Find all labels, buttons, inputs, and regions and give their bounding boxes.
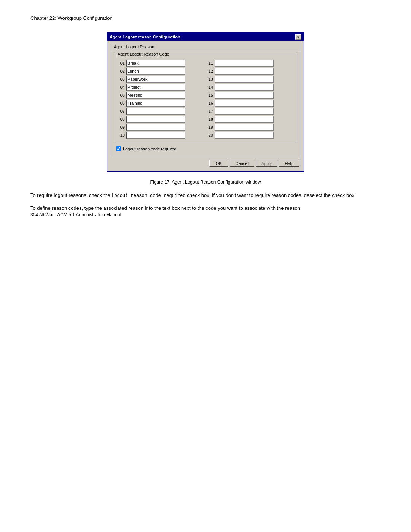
code-input[interactable] xyxy=(126,132,185,139)
code-number: 16 xyxy=(206,101,213,105)
dialog-close-button[interactable]: × xyxy=(295,34,301,40)
left-code-column: 01020304050607080910 xyxy=(117,60,206,139)
code-row: 20 xyxy=(206,132,294,139)
agent-logout-dialog: Agent Logout reason Configuration × Agen… xyxy=(107,32,304,172)
code-input[interactable] xyxy=(215,92,274,99)
code-number: 03 xyxy=(117,77,125,81)
code-number: 11 xyxy=(206,61,213,66)
code-row: 11 xyxy=(206,60,294,67)
code-number: 13 xyxy=(206,77,213,81)
code-row: 17 xyxy=(206,108,294,115)
code-row: 10 xyxy=(117,132,206,139)
button-bar: OK Cancel Apply Help xyxy=(110,158,301,169)
code-row: 03 xyxy=(117,76,206,83)
mono-text-1: Logout reason code required xyxy=(112,193,185,198)
code-input[interactable] xyxy=(126,76,185,83)
code-row: 04 xyxy=(117,84,206,91)
code-number: 06 xyxy=(117,101,125,105)
code-row: 09 xyxy=(117,124,206,131)
code-input[interactable] xyxy=(215,132,274,139)
code-row: 12 xyxy=(206,68,294,75)
code-row: 02 xyxy=(117,68,206,75)
dialog-wrapper: Agent Logout reason Configuration × Agen… xyxy=(30,32,381,172)
code-input[interactable] xyxy=(215,84,274,91)
code-input[interactable] xyxy=(126,68,185,75)
code-input[interactable] xyxy=(126,84,185,91)
code-row: 15 xyxy=(206,92,294,99)
code-number: 01 xyxy=(117,61,125,66)
dialog-title: Agent Logout reason Configuration xyxy=(110,35,180,39)
code-row: 18 xyxy=(206,116,294,123)
code-row: 16 xyxy=(206,100,294,107)
apply-button[interactable]: Apply xyxy=(256,160,278,167)
page-footer: 304 AltiWare ACM 5.1 Administration Manu… xyxy=(30,212,121,217)
code-number: 17 xyxy=(206,109,213,113)
ok-button[interactable]: OK xyxy=(209,160,228,167)
logout-reason-required-checkbox[interactable] xyxy=(116,146,121,151)
group-box-reason-code: Agent Logout Reason Code 010203040506070… xyxy=(113,54,298,143)
code-number: 18 xyxy=(206,117,213,121)
code-input[interactable] xyxy=(126,60,185,67)
help-button[interactable]: Help xyxy=(279,160,299,167)
code-input[interactable] xyxy=(126,92,185,99)
code-input[interactable] xyxy=(126,124,185,131)
code-input[interactable] xyxy=(215,100,274,107)
code-row: 05 xyxy=(117,92,206,99)
code-input[interactable] xyxy=(215,76,274,83)
code-row: 14 xyxy=(206,84,294,91)
code-number: 09 xyxy=(117,125,125,129)
tab-content: Agent Logout Reason Code 010203040506070… xyxy=(110,51,301,156)
code-input[interactable] xyxy=(215,116,274,123)
code-row: 01 xyxy=(117,60,206,67)
code-input[interactable] xyxy=(126,116,185,123)
code-number: 07 xyxy=(117,109,125,113)
dialog-body: Agent Logout Reason Agent Logout Reason … xyxy=(107,41,304,171)
body-paragraph-1: To require logout reasons, check the Log… xyxy=(30,192,381,199)
checkbox-area: Logout reason code required xyxy=(116,146,298,151)
code-row: 19 xyxy=(206,124,294,131)
code-number: 08 xyxy=(117,117,125,121)
checkbox-label: Logout reason code required xyxy=(123,147,177,151)
code-input[interactable] xyxy=(215,124,274,131)
body-paragraph-2: To define reason codes, type the associa… xyxy=(30,204,381,212)
code-row: 13 xyxy=(206,76,294,83)
code-row: 07 xyxy=(117,108,206,115)
tab-agent-logout-reason[interactable]: Agent Logout Reason xyxy=(110,43,158,51)
code-number: 19 xyxy=(206,125,213,129)
code-input[interactable] xyxy=(126,108,185,115)
cancel-button[interactable]: Cancel xyxy=(230,160,254,167)
code-number: 12 xyxy=(206,69,213,73)
right-code-column: 11121314151617181920 xyxy=(206,60,294,139)
code-number: 02 xyxy=(117,69,125,73)
group-box-legend: Agent Logout Reason Code xyxy=(116,52,170,56)
code-input[interactable] xyxy=(215,108,274,115)
figure-caption: Figure 17. Agent Logout Reason Configura… xyxy=(30,179,381,185)
dialog-titlebar: Agent Logout reason Configuration × xyxy=(107,33,304,41)
code-number: 05 xyxy=(117,93,125,97)
code-row: 06 xyxy=(117,100,206,107)
code-row: 08 xyxy=(117,116,206,123)
code-input[interactable] xyxy=(215,60,274,67)
tab-bar: Agent Logout Reason xyxy=(110,43,301,51)
code-number: 04 xyxy=(117,85,125,89)
code-number: 20 xyxy=(206,133,213,137)
code-number: 14 xyxy=(206,85,213,89)
code-input[interactable] xyxy=(215,68,274,75)
chapter-title: Chapter 22: Workgroup Configuration xyxy=(30,15,381,21)
code-input[interactable] xyxy=(126,100,185,107)
code-number: 15 xyxy=(206,93,213,97)
code-number: 10 xyxy=(117,133,125,137)
codes-grid: 01020304050607080910 1112131415161718192… xyxy=(117,60,294,139)
